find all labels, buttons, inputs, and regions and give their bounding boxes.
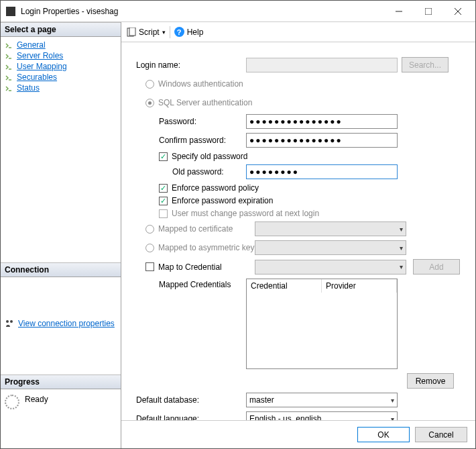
enforce-expiration-label: Enforce password expiration xyxy=(172,196,273,205)
connection-icon xyxy=(5,319,14,328)
default-lang-combo[interactable]: English - us_english ▾ xyxy=(246,411,398,420)
toolbar: Script ▾ ? Help xyxy=(121,22,475,42)
dropdown-arrow-icon: ▾ xyxy=(162,29,166,36)
credential-combo: ▾ xyxy=(255,260,406,275)
help-button[interactable]: ? Help xyxy=(174,27,204,37)
view-connection-link[interactable]: View connection properties xyxy=(18,319,115,328)
progress-box: Ready xyxy=(1,389,121,448)
app-icon xyxy=(6,7,15,16)
remove-button[interactable]: Remove xyxy=(407,373,454,389)
default-db-label: Default database: xyxy=(132,395,246,405)
minimize-button[interactable] xyxy=(384,1,414,21)
col-provider: Provider xyxy=(322,279,397,293)
svg-point-4 xyxy=(6,320,9,323)
certificate-combo: ▾ xyxy=(255,221,406,236)
sidebar-item-status[interactable]: Status xyxy=(3,83,118,93)
map-credential-checkbox[interactable] xyxy=(145,262,154,271)
must-change-label: User must change password at next login xyxy=(172,209,319,218)
windows-auth-radio xyxy=(145,80,154,89)
sidebar-item-securables[interactable]: Securables xyxy=(3,72,118,83)
progress-status: Ready xyxy=(25,395,48,404)
progress-spinner-icon xyxy=(5,395,19,409)
mapped-cert-label: Mapped to certificate xyxy=(158,224,255,234)
enforce-expiration-checkbox[interactable] xyxy=(159,197,168,205)
confirm-password-input[interactable] xyxy=(246,133,398,148)
sql-auth-label: SQL Server authentication xyxy=(158,98,252,107)
content-area: Login name: Search... Windows authentica… xyxy=(121,42,475,420)
cancel-button[interactable]: Cancel xyxy=(415,427,467,442)
script-icon xyxy=(127,28,136,37)
login-name-label: Login name: xyxy=(132,60,246,70)
mapped-akey-radio xyxy=(145,244,154,252)
login-name-input xyxy=(246,58,398,72)
sidebar-item-server-roles[interactable]: Server Roles xyxy=(3,50,118,61)
mapped-akey-label: Mapped to asymmetric key xyxy=(158,243,255,252)
sidebar-item-user-mapping[interactable]: User Mapping xyxy=(3,61,118,72)
search-button[interactable]: Search... xyxy=(402,57,449,72)
asym-key-combo: ▾ xyxy=(255,240,406,255)
dialog-buttons: OK Cancel xyxy=(121,420,475,448)
col-credential: Credential xyxy=(247,279,322,293)
specify-old-password-checkbox[interactable] xyxy=(159,152,168,161)
enforce-policy-label: Enforce password policy xyxy=(172,183,259,193)
connection-header: Connection xyxy=(1,262,121,277)
chevron-down-icon: ▾ xyxy=(400,263,403,270)
old-password-input[interactable] xyxy=(246,164,398,179)
specify-old-password-label: Specify old password xyxy=(172,152,247,161)
chevron-down-icon: ▾ xyxy=(400,244,403,252)
confirm-password-label: Confirm password: xyxy=(132,136,246,145)
progress-header: Progress xyxy=(1,375,121,389)
add-button[interactable]: Add xyxy=(413,259,460,275)
map-credential-label: Map to Credential xyxy=(158,262,255,272)
sidebar: Select a page General Server Roles User … xyxy=(1,22,121,448)
svg-rect-1 xyxy=(425,8,432,15)
svg-point-5 xyxy=(10,320,13,323)
mapped-credentials-table[interactable]: Credential Provider xyxy=(246,279,398,369)
mapped-cert-radio xyxy=(145,225,154,234)
mapped-credentials-label: Mapped Credentials xyxy=(132,279,246,289)
select-page-header: Select a page xyxy=(1,22,121,37)
help-icon: ? xyxy=(174,27,184,37)
titlebar: Login Properties - viseshag xyxy=(1,1,475,22)
sql-auth-radio xyxy=(145,99,154,107)
chevron-down-icon: ▾ xyxy=(391,415,394,421)
connection-box: View connection properties xyxy=(1,277,121,375)
window-title: Login Properties - viseshag xyxy=(21,7,384,16)
ok-button[interactable]: OK xyxy=(357,427,410,442)
page-list: General Server Roles User Mapping Secura… xyxy=(1,37,121,262)
must-change-checkbox xyxy=(159,209,168,218)
sidebar-item-general[interactable]: General xyxy=(3,40,118,50)
default-db-combo[interactable]: master ▾ xyxy=(246,393,398,407)
old-password-label: Old password: xyxy=(132,167,246,177)
svg-rect-7 xyxy=(129,28,135,36)
script-button[interactable]: Script ▾ xyxy=(127,28,166,37)
maximize-button[interactable] xyxy=(414,1,443,21)
password-input[interactable] xyxy=(246,114,398,129)
close-button[interactable] xyxy=(443,1,473,21)
password-label: Password: xyxy=(132,117,246,126)
windows-auth-label: Windows authentication xyxy=(158,79,243,89)
default-lang-label: Default language: xyxy=(132,414,246,420)
enforce-policy-checkbox[interactable] xyxy=(159,184,168,193)
chevron-down-icon: ▾ xyxy=(400,226,403,233)
chevron-down-icon: ▾ xyxy=(391,397,394,404)
separator xyxy=(170,26,170,38)
